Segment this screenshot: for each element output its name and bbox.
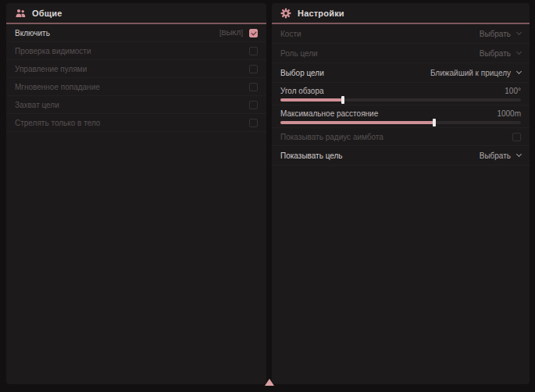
settings-panel: Настройки Кости Выбрать Роль цели Выбрат…	[272, 3, 530, 384]
row-bones[interactable]: Кости Выбрать	[272, 24, 530, 44]
row-label: Показывать цель	[280, 151, 343, 160]
row-fov: Угол обзора 100°	[272, 83, 530, 105]
fov-value: 100°	[505, 87, 521, 95]
row-label: Включить	[15, 29, 50, 37]
row-label: Показывать радиус аимбота	[280, 133, 383, 141]
enable-checkbox[interactable]	[249, 29, 258, 37]
row-label: Выбор цели	[280, 69, 324, 77]
users-icon	[15, 8, 26, 19]
body-only-checkbox[interactable]	[249, 119, 258, 127]
chevron-down-icon	[516, 151, 522, 157]
target-lock-checkbox[interactable]	[249, 101, 258, 109]
row-show-target[interactable]: Показывать цель Выбрать	[272, 146, 530, 166]
row-label: Управление пулями	[15, 65, 87, 73]
row-label: Максимальное расстояние	[280, 109, 378, 118]
settings-panel-header: Настройки	[272, 3, 530, 24]
row-body-only[interactable]: Стрелять только в тело	[6, 114, 266, 132]
visibility-check-checkbox[interactable]	[249, 47, 258, 55]
max-distance-value: 1000m	[497, 109, 521, 118]
bullet-control-checkbox[interactable]	[249, 65, 258, 73]
bones-dropdown-value: Выбрать	[480, 30, 511, 38]
chevron-down-icon	[516, 49, 522, 55]
triangle-up-cursor-icon	[265, 379, 274, 386]
chevron-down-icon	[516, 30, 522, 35]
max-distance-slider-fill	[280, 121, 434, 124]
row-visibility-check[interactable]: Проверка видимости	[6, 42, 266, 60]
row-instant-hit[interactable]: Мгновенное попадание	[6, 78, 266, 96]
fov-slider-fill	[280, 98, 343, 102]
row-target-selection[interactable]: Выбор цели Ближайший к прицелу	[272, 63, 530, 83]
max-distance-slider-thumb[interactable]	[433, 119, 436, 127]
panel-title: Общие	[32, 9, 62, 18]
show-target-dropdown-value: Выбрать	[480, 151, 511, 160]
row-label: Захват цели	[15, 101, 59, 109]
row-enable[interactable]: Включить [ВЫКЛ]	[6, 24, 266, 42]
target-selection-dropdown-value: Ближайший к прицелу	[430, 69, 511, 77]
row-label: Проверка видимости	[15, 47, 91, 55]
general-panel-header: Общие	[6, 3, 266, 24]
keybind-hint: [ВЫКЛ]	[219, 29, 243, 37]
panel-title: Настройки	[298, 9, 344, 18]
row-target-role[interactable]: Роль цели Выбрать	[272, 44, 530, 63]
row-max-distance: Максимальное расстояние 1000m	[272, 105, 530, 128]
chevron-down-icon	[516, 69, 522, 74]
row-label: Стрелять только в тело	[15, 119, 100, 127]
row-target-lock[interactable]: Захват цели	[6, 96, 266, 114]
gear-icon	[280, 8, 291, 19]
row-label: Кости	[280, 30, 301, 38]
row-label: Роль цели	[280, 49, 318, 58]
row-label: Мгновенное попадание	[15, 83, 100, 91]
general-panel: Общие Включить [ВЫКЛ] Проверка видимости…	[6, 3, 266, 384]
row-label: Угол обзора	[280, 87, 324, 95]
instant-hit-checkbox[interactable]	[249, 83, 258, 91]
max-distance-slider[interactable]	[280, 121, 521, 124]
fov-slider-thumb[interactable]	[341, 96, 344, 104]
row-bullet-control[interactable]: Управление пулями	[6, 60, 266, 78]
target-role-dropdown-value: Выбрать	[480, 49, 511, 58]
show-aimbot-radius-checkbox[interactable]	[512, 133, 521, 141]
row-show-aimbot-radius[interactable]: Показывать радиус аимбота	[272, 128, 530, 146]
fov-slider[interactable]	[280, 98, 521, 102]
